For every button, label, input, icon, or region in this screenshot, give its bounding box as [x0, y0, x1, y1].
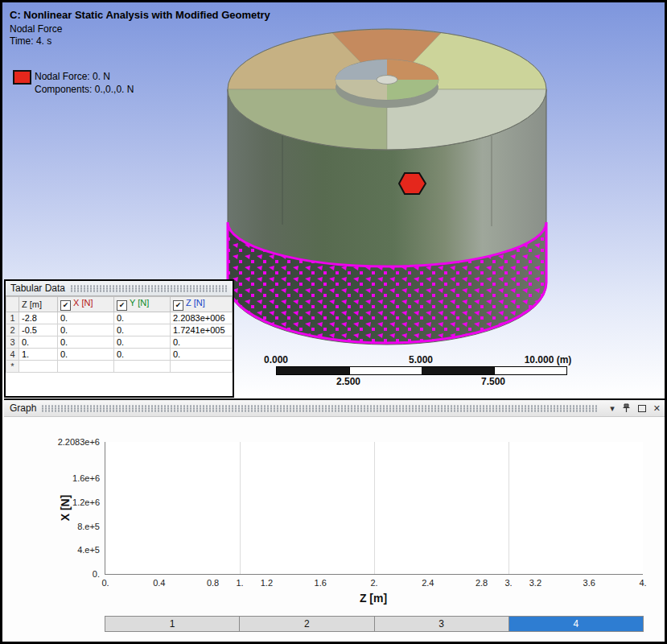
graph-page-3[interactable]: 3 — [375, 617, 509, 631]
column-header[interactable]: Z [m] — [19, 297, 58, 312]
chart-plot-area[interactable]: 0.4.e+58.e+51.2e+61.6e+62.2083e+60.0.40.… — [105, 442, 643, 575]
table-cell[interactable] — [19, 361, 58, 373]
y-tick-label: 1.6e+6 — [72, 473, 100, 483]
x-gridline — [240, 442, 241, 574]
tabular-data-table: Z [m]✔X [N]✔Y [N]✔Z [N] 1-2.80.0.2.2083e… — [6, 296, 233, 373]
table-cell[interactable] — [171, 361, 233, 373]
x-gridline — [508, 442, 509, 574]
scale-label-2-5: 2.500 — [336, 376, 360, 387]
x-tick-label: 2.4 — [422, 578, 434, 588]
table-cell[interactable]: 2.2083e+006 — [171, 312, 233, 324]
table-cell[interactable]: -2.8 — [19, 312, 58, 324]
table-cell[interactable]: 0. — [58, 336, 114, 349]
scale-label-7-5: 7.500 — [481, 376, 505, 387]
x-axis-title: Z [m] — [360, 592, 387, 605]
x-tick-label: 3.6 — [583, 578, 595, 588]
row-number-cell[interactable]: * — [6, 361, 19, 373]
table-row[interactable]: 1-2.80.0.2.2083e+006 — [6, 312, 233, 324]
y-tick-label: 8.e+5 — [77, 522, 100, 531]
column-header-label: Z [N] — [186, 298, 205, 308]
table-cell[interactable]: 0. — [58, 349, 114, 361]
table-cell[interactable] — [114, 361, 171, 373]
table-cell[interactable]: 0. — [171, 336, 233, 349]
result-type-label: Nodal Force — [10, 23, 62, 35]
graph-page-2[interactable]: 2 — [240, 617, 374, 631]
scale-segment — [349, 367, 422, 374]
column-header-label: Y [N] — [130, 298, 149, 308]
x-tick-label: 3. — [504, 578, 512, 588]
panel-drag-texture — [41, 405, 599, 412]
tabular-data-panel: Tabular Data Z [m]✔X [N]✔Y [N]✔Z [N] 1-2… — [4, 279, 234, 398]
table-cell[interactable]: 0. — [114, 336, 171, 349]
legend-components-value: Components: 0.,0.,0. N — [35, 84, 134, 95]
x-tick-label: 0.4 — [153, 578, 165, 588]
row-number-cell[interactable]: 2 — [6, 324, 19, 336]
ansys-mechanical-window: C: Nonlinear Static Analysis with Modifi… — [0, 0, 667, 644]
x-tick-label: 2.8 — [476, 578, 488, 588]
column-header[interactable]: ✔X [N] — [58, 297, 114, 312]
table-cell[interactable]: 1. — [19, 349, 58, 361]
column-checkbox[interactable]: ✔ — [60, 300, 71, 311]
column-header-label: Z [m] — [22, 299, 42, 309]
graph-page-1[interactable]: 1 — [105, 617, 240, 631]
close-icon[interactable]: ✕ — [653, 404, 661, 413]
x-gridline — [374, 442, 375, 574]
graph-step-pager: 1234 — [105, 616, 644, 632]
x-tick-label: 1.6 — [315, 578, 327, 588]
table-corner-cell — [6, 297, 19, 312]
x-tick-label: 1. — [236, 578, 243, 588]
scale-label-10: 10.000 (m) — [525, 354, 572, 365]
scale-ruler — [276, 366, 567, 375]
column-checkbox[interactable]: ✔ — [117, 300, 127, 311]
x-tick-label: 0.8 — [207, 578, 219, 588]
tabular-data-header[interactable]: Tabular Data — [6, 281, 233, 296]
column-checkbox[interactable]: ✔ — [173, 300, 183, 311]
chevron-down-icon[interactable]: ▾ — [610, 404, 615, 413]
table-row[interactable]: * — [6, 361, 233, 373]
scale-segment — [494, 367, 567, 374]
column-header[interactable]: ✔Y [N] — [114, 297, 171, 312]
y-tick-label: 2.2083e+6 — [58, 437, 100, 447]
table-row[interactable]: 2-0.50.0.1.7241e+005 — [6, 324, 233, 336]
nodal-force-marker — [399, 173, 426, 194]
scale-label-0: 0.000 — [264, 354, 288, 365]
table-cell[interactable]: 0. — [171, 349, 233, 361]
table-cell[interactable]: 0. — [58, 312, 114, 324]
scale-segment — [422, 367, 494, 374]
graph-page-4[interactable]: 4 — [509, 617, 643, 631]
column-header[interactable]: ✔Z [N] — [171, 297, 233, 312]
column-header-label: X [N] — [73, 298, 93, 308]
scale-segment — [277, 367, 349, 374]
row-number-cell[interactable]: 1 — [6, 312, 19, 324]
y-tick-label: 1.2e+6 — [72, 497, 100, 507]
y-axis-title: X [N] — [59, 495, 72, 522]
table-cell[interactable] — [58, 361, 114, 373]
table-cell[interactable]: 0. — [114, 324, 171, 336]
table-row[interactable]: 41.0.0.0. — [6, 349, 233, 361]
x-tick-label: 0. — [101, 578, 109, 588]
table-cell[interactable]: 0. — [114, 312, 171, 324]
x-tick-label: 3.2 — [529, 578, 541, 588]
tabular-data-title: Tabular Data — [10, 283, 65, 294]
table-row[interactable]: 30.0.0.0. — [6, 336, 233, 349]
x-tick-label: 2. — [370, 578, 377, 588]
table-cell[interactable]: 0. — [19, 336, 58, 349]
cylinder-model — [196, 17, 582, 355]
pin-icon[interactable] — [622, 403, 631, 413]
time-label: Time: 4. s — [10, 35, 51, 47]
maximize-icon[interactable] — [638, 405, 646, 412]
table-cell[interactable]: 0. — [114, 349, 171, 361]
x-tick-label: 4. — [639, 578, 646, 588]
table-header-row: Z [m]✔X [N]✔Y [N]✔Z [N] — [6, 297, 233, 312]
row-number-cell[interactable]: 4 — [6, 349, 19, 361]
row-number-cell[interactable]: 3 — [6, 336, 19, 349]
x-tick-label: 1.2 — [261, 578, 273, 588]
y-tick-label: 0. — [93, 569, 100, 579]
scale-label-5: 5.000 — [409, 354, 433, 365]
legend-force-value: Nodal Force: 0. N — [35, 71, 110, 82]
table-cell[interactable]: 0. — [58, 324, 114, 336]
graph-panel-header[interactable]: Graph ▾ ✕ — [4, 400, 666, 417]
table-cell[interactable]: -0.5 — [19, 324, 58, 336]
table-cell[interactable]: 1.7241e+005 — [171, 324, 233, 336]
legend-color-swatch — [13, 70, 31, 85]
